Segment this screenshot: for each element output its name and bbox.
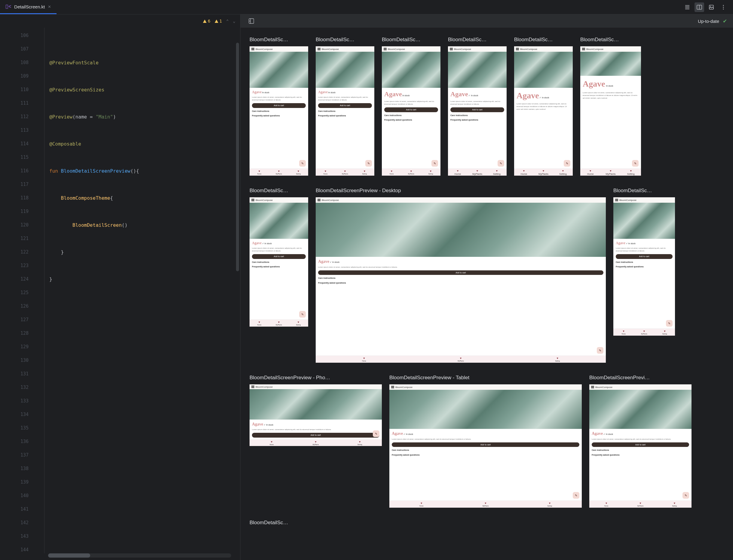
preview-grid[interactable]: BloomDetailSc… BloomCompose Agave In sto… (241, 28, 733, 560)
preview-mock[interactable]: BloomCompose Agave In stock Lorem ipsum … (382, 46, 440, 176)
file-tab[interactable]: ⌷< DetailScreen.kt ✕ (0, 0, 57, 14)
code-content[interactable]: @PreviewFontScale @PreviewScreenSizes @P… (45, 28, 240, 553)
hamburger-icon (615, 199, 618, 201)
mock-bottom-nav: ♥Home♥MyPlants♥Setting (382, 168, 440, 176)
mock-care-section: Care instructions (318, 277, 603, 280)
tab-actions (682, 2, 733, 12)
mock-description: Lorem ipsum dolor sit amet, consectetur … (392, 438, 579, 441)
mock-edit-fab: ✎ (431, 160, 438, 167)
mock-hero-image (613, 203, 675, 239)
preview-mock[interactable]: BloomCompose Agave ✓ In stock Lorem ipsu… (448, 46, 507, 176)
preview-card: BloomDetailScreenPreview - Pho… BloomCom… (250, 375, 382, 446)
hamburger-icon (516, 48, 519, 50)
heart-icon: ♥ (363, 357, 365, 360)
mock-description: Lorem ipsum dolor sit amet, consectetur … (592, 438, 689, 441)
preview-title: BloomDetailSc… (580, 37, 641, 43)
mock-faq-section: Frequently asked questions (318, 114, 372, 117)
mock-stock-badge: ✓ In stock (603, 433, 613, 435)
warning-indicator-a[interactable]: 6 (203, 19, 210, 23)
heart-icon: ♥ (259, 321, 260, 324)
mock-care-section: Care instructions (252, 110, 306, 113)
preview-mock[interactable]: BloomCompose Agave ✓ In stock Lorem ipsu… (316, 197, 606, 363)
hamburger-icon (450, 48, 453, 50)
preview-title: BloomDetailSc… (250, 37, 308, 43)
preview-card: BloomDetailSc… BloomCompose Agave In sto… (382, 37, 440, 176)
mock-care-section: Care instructions (318, 110, 372, 113)
preview-mock[interactable]: BloomCompose Agave ✓ In stock Lorem ipsu… (589, 384, 691, 508)
preview-card: BloomDetailSc… BloomCompose Agave ✓ In s… (613, 188, 675, 336)
preview-mock[interactable]: BloomCompose Agave ✓ In stock Lorem ipsu… (514, 46, 573, 176)
mock-app-name: BloomCompose (454, 48, 471, 51)
mock-add-to-cart-button: Add to cart (252, 433, 379, 438)
mock-bottom-nav: ♥Home♥MyPlants♥Setting (514, 168, 573, 176)
mock-product-title: Agave (384, 90, 402, 98)
heart-icon: ♥ (476, 169, 478, 172)
heart-icon: ♥ (359, 440, 361, 443)
preview-mock[interactable]: BloomCompose Agave In stock Lorem ipsum … (580, 46, 641, 176)
mock-hero-image (448, 52, 507, 88)
preview-card: BloomDetailSc… BloomCompose Agave In sto… (580, 37, 641, 176)
svg-point-5 (723, 8, 724, 9)
hamburger-icon (582, 48, 585, 50)
preview-mock[interactable]: BloomCompose Agave In stock Lorem ipsum … (316, 46, 374, 176)
vertical-scrollbar[interactable] (236, 43, 239, 271)
mock-description: Lorem ipsum dolor sit amet, consectetur … (384, 100, 438, 106)
preview-title: BloomDetailScreenPreview - Pho… (250, 375, 382, 381)
preview-mock[interactable]: BloomCompose Agave ✓ In stock Lorem ipsu… (389, 384, 582, 508)
preview-status: Up-to-date (698, 19, 719, 24)
preview-layout-icon[interactable] (247, 16, 256, 26)
mock-care-section: Care instructions (616, 261, 673, 264)
more-options-icon[interactable] (719, 2, 728, 12)
mock-product-title: Agave (592, 431, 603, 436)
mock-description: Lorem ipsum dolor sit amet, consectetur … (583, 91, 639, 100)
next-highlight-icon[interactable]: ⌄ (233, 19, 236, 23)
mock-stock-badge: ✓ In stock (468, 94, 478, 97)
hamburger-icon (318, 48, 321, 50)
preview-card: BloomDetailSc… BloomCompose Agave ✓ In s… (448, 37, 507, 176)
preview-mock[interactable]: BloomCompose Agave ✓ In stock Lorem ipsu… (613, 197, 675, 336)
mock-faq-section: Frequently asked questions (616, 265, 673, 268)
heart-icon: ♥ (562, 169, 564, 172)
preview-card: BloomDetailSc… BloomCompose Agave In sto… (316, 37, 374, 176)
horizontal-scrollbar[interactable] (48, 553, 231, 558)
list-view-icon[interactable] (682, 2, 692, 12)
mock-hero-image (580, 52, 641, 76)
preview-title: BloomDetailScreenPreview - Tablet (389, 375, 582, 381)
mock-faq-section: Frequently asked questions (252, 114, 306, 117)
preview-mock[interactable]: BloomCompose Agave ✓ In stock Lorem ipsu… (250, 384, 382, 446)
mock-hero-image (589, 390, 691, 429)
mock-app-name: BloomCompose (256, 48, 273, 51)
design-view-icon[interactable] (707, 2, 716, 12)
mock-product-title: Agave (616, 241, 625, 245)
mock-edit-fab: ✎ (373, 430, 379, 437)
mock-stock-badge: In stock (328, 91, 336, 94)
prev-highlight-icon[interactable]: ⌃ (226, 19, 229, 23)
preview-title: BloomDetailSc… (250, 520, 308, 526)
heart-icon: ♥ (674, 502, 675, 505)
warning-indicator-b[interactable]: 1 (215, 19, 222, 23)
close-tab-icon[interactable]: ✕ (48, 5, 51, 9)
preview-title: BloomDetailScreenPrevi… (589, 375, 691, 381)
preview-mock[interactable]: BloomCompose Agave ✓ In stock Lorem ipsu… (250, 197, 308, 327)
heart-icon: ♥ (259, 170, 260, 173)
heart-icon: ♥ (623, 330, 624, 333)
mock-stock-badge: ✓ In stock (403, 433, 413, 435)
split-view-icon[interactable] (694, 2, 704, 12)
preview-card: BloomDetailSc… BloomCompose Agave ✓ In s… (514, 37, 573, 176)
heart-icon: ♥ (543, 169, 544, 172)
mock-product-title: Agave (318, 90, 328, 94)
mock-faq-section: Frequently asked questions (252, 265, 306, 268)
preview-mock[interactable]: BloomCompose Agave In stock Lorem ipsum … (250, 46, 308, 176)
mock-app-name: BloomCompose (388, 48, 405, 51)
heart-icon: ♥ (610, 169, 611, 172)
preview-title: BloomDetailScreenPreview - Desktop (316, 188, 606, 194)
preview-panel: Up-to-date ✔ BloomDetailSc… BloomCompose… (241, 14, 733, 560)
mock-edit-fab: ✎ (666, 320, 673, 327)
mock-product-title: Agave (252, 90, 262, 94)
heart-icon: ♥ (430, 170, 431, 173)
mock-bottom-nav: ♥Home♥MyPlants♥Setting (613, 328, 675, 336)
code-editor[interactable]: 6 1 ⌃ ⌄ 106 107 108 109 110 111 112 113 … (0, 14, 241, 560)
heart-icon: ♥ (664, 330, 665, 333)
mock-edit-fab: ✎ (497, 160, 504, 167)
heart-icon: ♥ (457, 169, 458, 172)
